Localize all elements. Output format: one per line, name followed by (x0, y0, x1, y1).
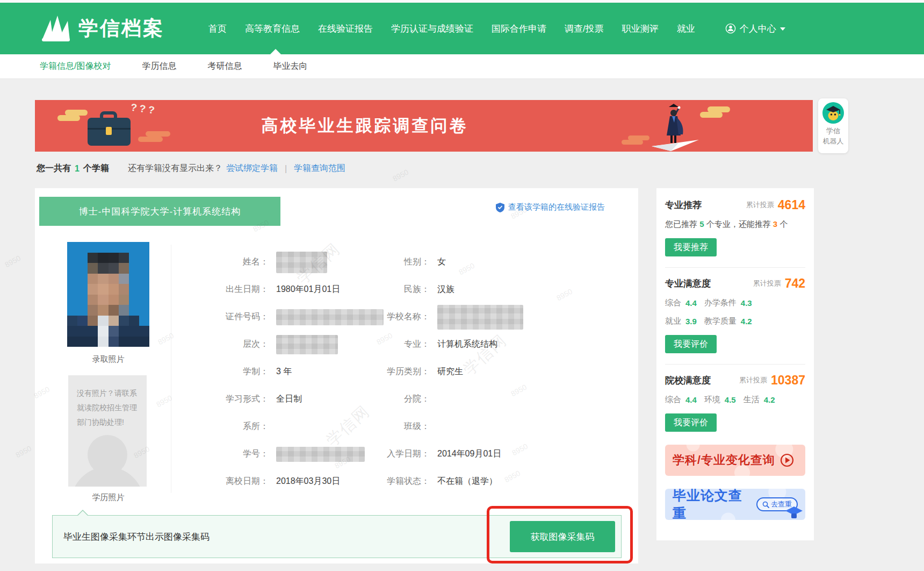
survey-banner[interactable]: ??? 高校毕业生跟踪调查问卷 (35, 100, 813, 152)
user-menu[interactable]: 个人中心 (725, 23, 785, 35)
section-title: 专业推荐 (665, 199, 702, 211)
degree-photo-label: 学历照片 (67, 493, 149, 503)
tab-degree-info[interactable]: 学历信息 (142, 61, 176, 72)
rating-row: 综合4.4 办学条件4.3 (665, 298, 805, 308)
tab-postgraduate-info[interactable]: 考研信息 (207, 61, 242, 72)
thesis-check-banner[interactable]: 毕业论文查重 去查重 (665, 489, 805, 520)
field-education-type: 学历类别：研究生 (368, 358, 626, 386)
promo1-text: 学科/专业变化查询 (673, 452, 775, 468)
person-silhouette-icon (68, 429, 147, 487)
active-nav-pointer (270, 49, 281, 54)
image-code-text: 毕业生图像采集环节出示图像采集码 (63, 516, 210, 558)
field-ethnicity: 民族：汉族 (368, 276, 626, 303)
admission-photo-label: 录取照片 (67, 354, 149, 365)
arrow-circle-icon (780, 453, 794, 467)
admission-photo (67, 242, 149, 347)
field-enrollment-date: 入学日期：2014年09月01日 (368, 440, 626, 468)
status-row: 您一共有 1 个学籍 还有学籍没有显示出来？ 尝试绑定学籍 | 学籍查询范围 (37, 163, 345, 174)
field-school-name: 学校名称： (368, 303, 626, 331)
field-name: 姓名： (177, 248, 387, 276)
recommend-desc: 您已推荐 5 个专业，还能推荐 3 个 (665, 219, 805, 230)
field-status: 学籍状态：不在籍（退学） (368, 468, 626, 495)
votes-label: 累计投票 (739, 375, 767, 387)
field-duration: 学制：3 年 (177, 358, 387, 386)
enrollment-count: 1 (75, 164, 80, 174)
section-title: 院校满意度 (665, 374, 711, 387)
nav-item-employment[interactable]: 就业 (677, 23, 695, 35)
evaluate-major-button[interactable]: 我要评价 (665, 335, 717, 353)
evaluate-school-button[interactable]: 我要评价 (665, 413, 717, 432)
field-leave-date: 离校日期：2018年03月30日 (177, 468, 387, 495)
votes-label: 累计投票 (746, 200, 774, 211)
section-title: 专业满意度 (665, 277, 711, 290)
search-icon (762, 501, 769, 508)
robot-assistant[interactable]: 学信 机器人 (818, 98, 848, 153)
chevron-down-icon (780, 27, 785, 31)
subnav: 学籍信息/图像校对 学历信息 考研信息 毕业去向 (0, 54, 924, 78)
main-nav: 首页 高等教育信息 在线验证报告 学历认证与成绩验证 国际合作申请 调查/投票 … (208, 3, 785, 54)
form-right-column: 性别：女 民族：汉族 学校名称： 专业：计算机系统结构 学历类别：研究生 分院：… (368, 248, 626, 495)
student-record-card: 博士-中国科学院大学-计算机系统结构 查看该学籍的在线验证报告 (35, 188, 638, 563)
nav-item-survey-vote[interactable]: 调查/投票 (565, 23, 604, 35)
recommend-button[interactable]: 我要推荐 (665, 238, 717, 256)
bind-enrollment-link[interactable]: 尝试绑定学籍 (226, 163, 278, 174)
field-id-number: 证件号码： (177, 303, 387, 331)
status-question: 还有学籍没有显示出来？ (128, 163, 222, 174)
graduation-cap-icon (785, 506, 803, 520)
redacted-value (276, 447, 365, 462)
votes-label: 累计投票 (753, 279, 781, 290)
field-major: 专业：计算机系统结构 (368, 331, 626, 358)
nav-item-career-test[interactable]: 职业测评 (622, 23, 659, 35)
graduate-on-plane-illustration (618, 100, 742, 154)
user-menu-label: 个人中心 (740, 23, 776, 35)
banner-title: 高校毕业生跟踪调查问卷 (35, 100, 695, 152)
robot-label-line2: 机器人 (818, 136, 848, 146)
shield-icon (496, 203, 504, 212)
school-satisfaction-header: 院校满意度 累计投票 10387 (665, 374, 805, 387)
get-image-code-button[interactable]: 获取图像采集码 (510, 521, 615, 552)
rating-row: 综合4.4 环境4.5 生活4.2 (665, 395, 805, 405)
major-satisfaction-header: 专业满意度 累计投票 742 (665, 277, 805, 290)
field-student-id: 学号： (177, 440, 387, 468)
field-class: 班级： (368, 413, 626, 440)
logo-text: 学信档案 (78, 15, 164, 42)
status-prefix: 您一共有 (37, 163, 71, 174)
tab-enrollment-info[interactable]: 学籍信息/图像校对 (40, 61, 111, 72)
logo[interactable]: 学信档案 (40, 3, 164, 54)
image-code-bar: 毕业生图像采集环节出示图像采集码 获取图像采集码 (52, 515, 622, 558)
nav-item-international[interactable]: 国际合作申请 (492, 23, 546, 35)
robot-avatar-icon (822, 102, 844, 124)
major-recommend-header: 专业推荐 累计投票 4614 (665, 199, 805, 211)
redacted-value (437, 305, 523, 330)
column-divider (171, 245, 171, 493)
redacted-value (276, 309, 384, 325)
field-level: 层次： (177, 331, 387, 358)
votes-count: 742 (785, 277, 805, 290)
nav-item-degree-verification[interactable]: 学历认证与成绩验证 (391, 23, 473, 35)
field-gender: 性别：女 (368, 248, 626, 276)
report-link-label: 查看该学籍的在线验证报告 (508, 202, 605, 212)
promo2-text: 毕业论文查重 (673, 489, 751, 520)
nav-item-home[interactable]: 首页 (208, 23, 227, 35)
field-study-form: 学习形式：全日制 (177, 386, 387, 413)
nav-item-online-verification[interactable]: 在线验证报告 (318, 23, 373, 35)
robot-label-line1: 学信 (818, 126, 848, 136)
field-branch: 分院： (368, 386, 626, 413)
divider (665, 267, 805, 268)
online-verification-report-link[interactable]: 查看该学籍的在线验证报告 (496, 202, 605, 212)
degree-tag: 博士-中国科学院大学-计算机系统结构 (39, 197, 280, 226)
field-department: 系所： (177, 413, 387, 440)
link-separator: | (285, 164, 287, 174)
degree-photo-placeholder: 没有照片？请联系 就读院校招生管理 部门协助处理! (68, 375, 147, 487)
watermark: 8950 (14, 444, 33, 460)
major-change-query-banner[interactable]: 学科/专业变化查询 (665, 445, 805, 476)
page: 学信档案 首页 高等教育信息 在线验证报告 学历认证与成绩验证 国际合作申请 调… (0, 0, 924, 571)
nav-item-higher-education[interactable]: 高等教育信息 (245, 23, 300, 35)
watermark: 8950 (391, 168, 410, 183)
tab-graduation-destination[interactable]: 毕业去向 (273, 61, 307, 72)
query-range-link[interactable]: 学籍查询范围 (294, 163, 345, 174)
no-photo-text: 没有照片？请联系 就读院校招生管理 部门协助处理! (77, 386, 141, 430)
form-left-column: 姓名： 出生日期：1980年01月01日 证件号码： 层次： 学制：3 年 学习… (177, 248, 387, 495)
logo-icon (40, 15, 71, 42)
sidebar: 专业推荐 累计投票 4614 您已推荐 5 个专业，还能推荐 3 个 我要推荐 … (656, 188, 814, 540)
